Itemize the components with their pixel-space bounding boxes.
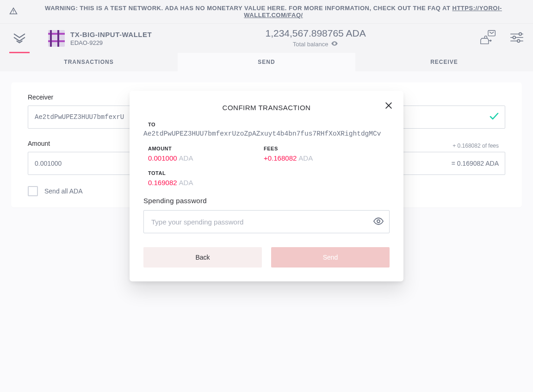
wallet-info[interactable]: TX-BIG-INPUT-WALLET EDAO-9229 — [48, 30, 152, 47]
tab-receive[interactable]: RECEIVE — [355, 53, 533, 71]
tab-transactions[interactable]: TRANSACTIONS — [0, 53, 178, 71]
to-address: Ae2tdPwUPEZ3HUU7bmfexrUzoZpAZxuyt4b4bn7f… — [143, 130, 390, 137]
total-label-modal: TOTAL — [148, 170, 390, 176]
settings-icon[interactable] — [510, 31, 524, 46]
to-label: TO — [148, 122, 390, 127]
buy-sell-icon[interactable] — [479, 30, 497, 47]
amount-value-modal: 0.001000ADA — [148, 154, 236, 162]
eye-icon[interactable] — [373, 216, 384, 229]
app-header: TX-BIG-INPUT-WALLET EDAO-9229 1,234,567.… — [0, 23, 533, 53]
check-icon — [489, 111, 500, 124]
svg-point-11 — [377, 220, 380, 223]
send-button[interactable]: Send — [271, 247, 390, 268]
balance-block: 1,234,567.898765 ADA Total balance — [152, 28, 479, 49]
balance-amount: 1,234,567.898765 ADA — [152, 28, 479, 39]
back-button[interactable]: Back — [143, 247, 262, 268]
fees-value-modal: +0.168082ADA — [264, 154, 356, 162]
balance-label: Total balance — [293, 40, 339, 49]
close-icon[interactable] — [384, 101, 393, 112]
total-value-modal: 0.169082ADA — [148, 179, 390, 187]
app-logo[interactable] — [9, 28, 30, 49]
eye-icon[interactable] — [331, 40, 338, 49]
spending-password-label: Spending password — [143, 197, 390, 205]
confirm-transaction-dialog: CONFIRM TRANSACTION TO Ae2tdPwUPEZ3HUU7b… — [130, 91, 403, 281]
spending-password-input[interactable] — [143, 210, 390, 233]
svg-point-8 — [517, 39, 520, 42]
warning-text: WARNING: THIS IS A TEST NETWORK. ADA HAS… — [23, 5, 524, 19]
amount-label-modal: AMOUNT — [148, 146, 236, 151]
warning-icon — [9, 7, 18, 17]
wallet-avatar — [48, 30, 65, 47]
total-hint: = 0.169082 ADA — [452, 160, 499, 167]
wallet-name: TX-BIG-INPUT-WALLET — [70, 31, 152, 38]
svg-point-4 — [519, 32, 522, 35]
wallet-tabs: TRANSACTIONS SEND RECEIVE — [0, 53, 533, 71]
test-network-warning: WARNING: THIS IS A TEST NETWORK. ADA HAS… — [0, 0, 533, 23]
svg-point-1 — [13, 12, 14, 13]
fees-label-modal: FEES — [264, 146, 356, 151]
dialog-title: CONFIRM TRANSACTION — [143, 104, 390, 112]
svg-point-6 — [513, 36, 516, 39]
tab-send[interactable]: SEND — [178, 53, 355, 71]
wallet-plate-id: EDAO-9229 — [70, 39, 152, 46]
send-all-checkbox[interactable] — [28, 186, 38, 196]
send-all-label: Send all ADA — [44, 187, 83, 195]
fees-hint: + 0.168082 of fees — [452, 143, 499, 149]
